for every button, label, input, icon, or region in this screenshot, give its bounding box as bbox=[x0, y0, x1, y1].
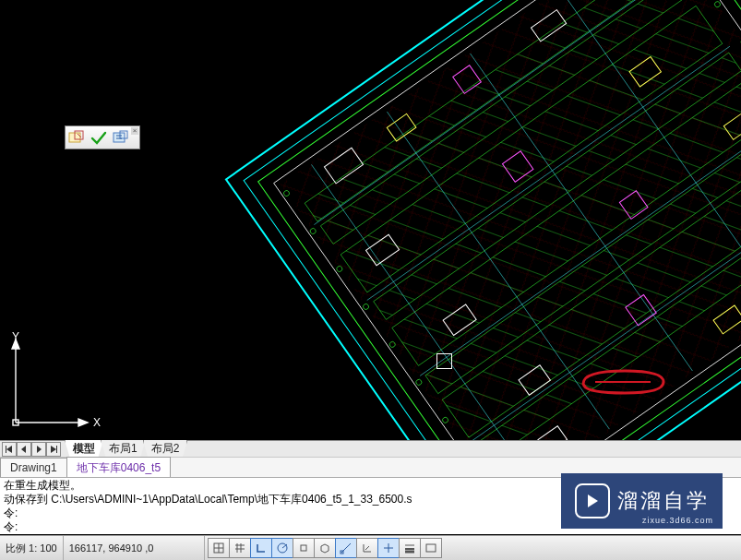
status-coordinates: 166117, 964910 ,0 bbox=[64, 536, 205, 560]
toggle-grid[interactable] bbox=[229, 538, 251, 558]
ucs-y-label: Y bbox=[12, 332, 19, 343]
play-icon bbox=[575, 483, 610, 518]
toggle-osnap[interactable] bbox=[293, 538, 315, 558]
doc-tab-drawing1[interactable]: Drawing1 bbox=[0, 458, 67, 478]
watermark-domain: zixue.3d66.com bbox=[642, 516, 713, 525]
toggle-ducs[interactable] bbox=[356, 538, 378, 558]
tab-nav-first-icon[interactable] bbox=[2, 442, 17, 457]
tab-nav-prev-icon[interactable] bbox=[17, 442, 31, 457]
toggle-lwt[interactable] bbox=[399, 538, 421, 558]
discard-changes-button[interactable] bbox=[110, 127, 132, 148]
ucs-icon: X Y bbox=[5, 332, 106, 434]
watermark-title: 溜溜自学 bbox=[617, 487, 710, 515]
drawing-viewport[interactable]: × X Y bbox=[0, 0, 741, 440]
toggle-tpy[interactable] bbox=[420, 538, 442, 558]
save-changes-button[interactable] bbox=[88, 127, 110, 148]
inplace-edit-toolbar: × bbox=[65, 125, 140, 149]
doc-tab-garage[interactable]: 地下车库0406_t5 bbox=[66, 457, 171, 480]
ucs-x-label: X bbox=[93, 416, 101, 429]
svg-rect-68 bbox=[6, 446, 6, 453]
toggle-ortho[interactable] bbox=[250, 538, 272, 558]
svg-rect-60 bbox=[114, 133, 125, 142]
svg-rect-79 bbox=[301, 545, 306, 551]
svg-marker-63 bbox=[78, 419, 88, 426]
toggle-polar[interactable] bbox=[271, 538, 293, 558]
status-bar: 比例 1: 100 166117, 964910 ,0 bbox=[0, 535, 741, 560]
toggle-3dosnap[interactable] bbox=[314, 538, 336, 558]
pickbox-cursor bbox=[436, 353, 452, 369]
annotation-highlight bbox=[579, 365, 671, 402]
status-scale[interactable]: 比例 1: 100 bbox=[0, 536, 64, 560]
watermark-overlay: 溜溜自学 zixue.3d66.com bbox=[561, 473, 723, 529]
toggle-dyn[interactable] bbox=[377, 538, 400, 558]
edit-reference-button[interactable] bbox=[66, 127, 88, 148]
model-layout-tabbar: 模型 布局1 布局2 bbox=[0, 440, 741, 458]
drafting-toggles bbox=[209, 538, 442, 558]
tab-nav-last-icon[interactable] bbox=[46, 442, 61, 457]
toggle-otrack[interactable] bbox=[335, 538, 357, 558]
toggle-snap[interactable] bbox=[208, 538, 230, 558]
svg-rect-69 bbox=[56, 446, 57, 453]
tab-nav-next-icon[interactable] bbox=[31, 442, 46, 457]
svg-rect-88 bbox=[426, 544, 436, 552]
toolbar-close-icon[interactable]: × bbox=[131, 127, 138, 135]
